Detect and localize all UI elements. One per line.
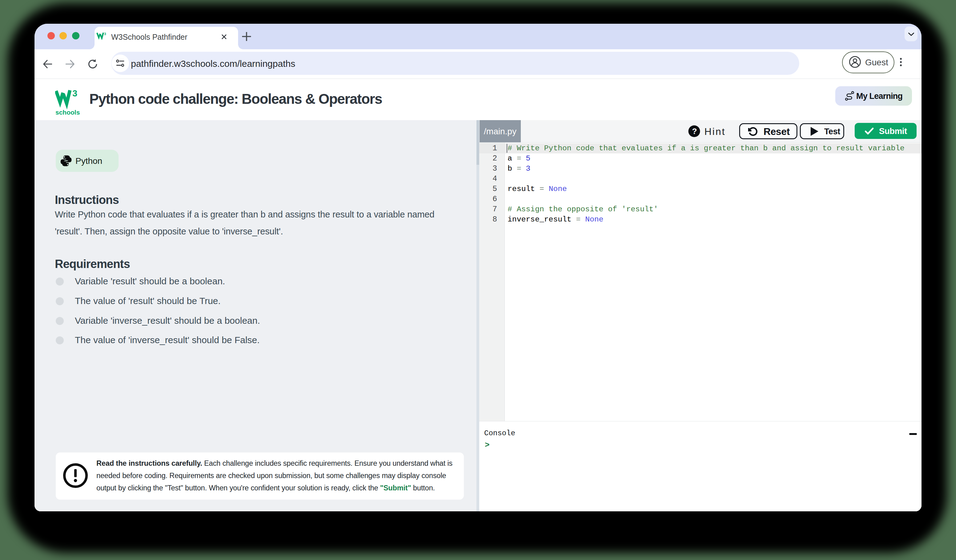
svg-text:schools: schools bbox=[55, 109, 80, 116]
svg-text:3: 3 bbox=[72, 89, 77, 98]
svg-text:?: ? bbox=[692, 127, 697, 136]
svg-text:3: 3 bbox=[104, 32, 106, 36]
